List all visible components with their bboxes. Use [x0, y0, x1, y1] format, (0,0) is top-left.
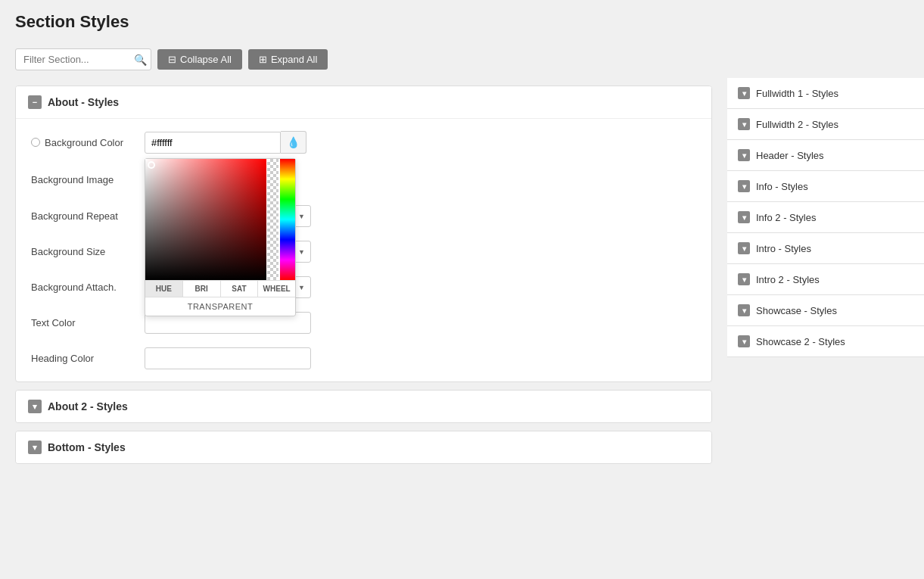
right-item-showcase2[interactable]: ▾ Showcase 2 - Styles — [727, 326, 924, 357]
bg-image-label: Background Image — [31, 174, 137, 185]
right-item-showcase[interactable]: ▾ Showcase - Styles — [727, 295, 924, 326]
right-item-label-header: Header - Styles — [756, 150, 824, 161]
color-tab-wheel[interactable]: WHEEL — [258, 281, 295, 297]
collapse-icon-about2: ▾ — [28, 400, 42, 413]
text-color-row: Text Color — [31, 312, 696, 334]
right-item-label-showcase2: Showcase 2 - Styles — [756, 336, 845, 347]
collapse-icon: ⊟ — [168, 54, 176, 65]
bg-color-radio[interactable] — [31, 138, 40, 147]
section-about-styles: − About - Styles Background Color 💧 — [15, 86, 712, 382]
color-hue-strip[interactable] — [280, 159, 295, 280]
right-item-info2[interactable]: ▾ Info 2 - Styles — [727, 202, 924, 233]
right-item-header[interactable]: ▾ Header - Styles — [727, 140, 924, 171]
expand-all-button[interactable]: ⊞ Expand All — [248, 49, 328, 70]
filter-input[interactable] — [15, 48, 151, 70]
bg-size-row: Background Size Cover Contain Auto — [31, 241, 696, 263]
right-item-label-info2: Info 2 - Styles — [756, 212, 816, 223]
right-collapse-icon-intro2: ▾ — [738, 273, 750, 285]
color-tab-sat[interactable]: SAT — [221, 281, 259, 297]
color-dropper-button[interactable]: 💧 — [281, 131, 306, 154]
left-panel: − About - Styles Background Color 💧 — [0, 78, 727, 579]
right-collapse-icon-fw1: ▾ — [738, 87, 750, 99]
right-item-label-fw2: Fullwidth 2 - Styles — [756, 119, 838, 130]
bg-size-label: Background Size — [31, 246, 137, 257]
collapse-icon-bottom: ▾ — [28, 440, 42, 454]
right-item-label-fw1: Fullwidth 1 - Styles — [756, 88, 838, 99]
right-collapse-icon-header: ▾ — [738, 149, 750, 161]
bg-color-text-input[interactable] — [145, 132, 281, 154]
section-about2-title: About 2 - Styles — [48, 400, 128, 412]
section-about2-styles: ▾ About 2 - Styles — [15, 390, 712, 423]
bg-attach-row: Background Attach. Scroll Fixed Local — [31, 276, 696, 298]
right-item-label-info: Info - Styles — [756, 181, 808, 192]
bg-repeat-row: Background Repeat No Repeat Repeat Repea… — [31, 205, 696, 227]
right-collapse-icon-showcase2: ▾ — [738, 335, 750, 347]
right-item-fullwidth1[interactable]: ▾ Fullwidth 1 - Styles — [727, 78, 924, 109]
heading-color-input[interactable] — [145, 347, 311, 369]
expand-icon: ⊞ — [259, 54, 267, 65]
right-collapse-icon-showcase: ▾ — [738, 304, 750, 316]
color-gradient-area[interactable] — [145, 159, 295, 280]
heading-color-label: Heading Color — [31, 353, 137, 364]
main-content: − About - Styles Background Color 💧 — [0, 78, 924, 579]
right-item-intro[interactable]: ▾ Intro - Styles — [727, 233, 924, 264]
right-item-label-showcase: Showcase - Styles — [756, 305, 837, 316]
right-item-label-intro: Intro - Styles — [756, 243, 811, 254]
filter-input-wrapper: 🔍 — [15, 48, 151, 70]
right-item-fullwidth2[interactable]: ▾ Fullwidth 2 - Styles — [727, 109, 924, 140]
right-item-label-intro2: Intro 2 - Styles — [756, 274, 820, 285]
right-item-info[interactable]: ▾ Info - Styles — [727, 171, 924, 202]
search-icon-btn[interactable]: 🔍 — [134, 54, 147, 66]
color-alpha-strip — [267, 159, 278, 280]
heading-color-row: Heading Color — [31, 347, 696, 369]
text-color-label: Text Color — [31, 317, 137, 328]
bg-repeat-label: Background Repeat — [31, 210, 137, 222]
bg-image-row: Background Image 🖼 — [31, 167, 696, 191]
section-about-header[interactable]: − About - Styles — [16, 86, 711, 118]
section-about-body: Background Color 💧 — [16, 118, 711, 381]
right-panel: ▾ Fullwidth 1 - Styles ▾ Fullwidth 2 - S… — [727, 78, 924, 579]
section-bottom-header[interactable]: ▾ Bottom - Styles — [16, 431, 711, 463]
right-collapse-icon-fw2: ▾ — [738, 118, 750, 130]
color-tab-hue[interactable]: HUE — [145, 281, 183, 297]
bg-color-label: Background Color — [31, 137, 137, 148]
right-collapse-icon-info: ▾ — [738, 180, 750, 192]
color-tabs: HUE BRI SAT WHEEL — [145, 280, 295, 297]
color-picker-popup: HUE BRI SAT WHEEL TRANSPARENT — [145, 158, 296, 316]
color-tab-bri[interactable]: BRI — [183, 281, 221, 297]
bg-attach-label: Background Attach. — [31, 282, 137, 293]
toolbar: 🔍 ⊟ Collapse All ⊞ Expand All — [0, 41, 924, 78]
page-title: Section Styles — [15, 12, 909, 32]
gradient-dark — [145, 159, 266, 280]
section-bottom-title: Bottom - Styles — [48, 441, 126, 453]
expand-all-label: Expand All — [271, 54, 317, 65]
bg-color-input-wrapper: 💧 HU — [145, 131, 306, 154]
bg-color-row: Background Color 💧 — [31, 131, 696, 154]
right-collapse-icon-intro: ▾ — [738, 242, 750, 254]
collapse-all-label: Collapse All — [180, 54, 232, 65]
gradient-cursor — [148, 161, 155, 169]
color-transparent-option[interactable]: TRANSPARENT — [145, 297, 295, 316]
collapse-icon-about: − — [28, 95, 42, 109]
section-about-title: About - Styles — [48, 96, 119, 108]
right-item-intro2[interactable]: ▾ Intro 2 - Styles — [727, 264, 924, 295]
right-collapse-icon-info2: ▾ — [738, 211, 750, 223]
section-bottom-styles: ▾ Bottom - Styles — [15, 431, 712, 464]
collapse-all-button[interactable]: ⊟ Collapse All — [157, 49, 242, 70]
section-about2-header[interactable]: ▾ About 2 - Styles — [16, 391, 711, 422]
